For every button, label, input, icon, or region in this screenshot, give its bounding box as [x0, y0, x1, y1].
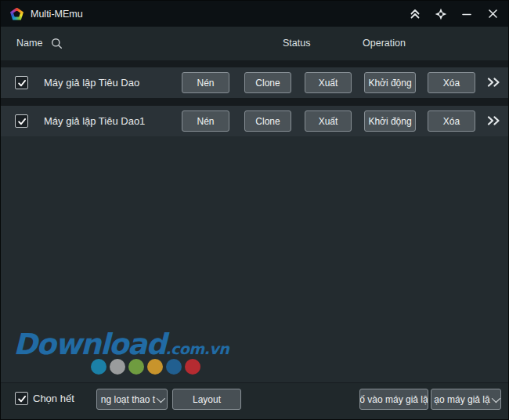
- dot: [185, 359, 200, 375]
- footer-toolbar: Chọn hết ng loạt thao t Layout ố vào máy…: [1, 382, 508, 420]
- list-header: Name Status Operation: [1, 27, 508, 60]
- settings-gear-icon[interactable]: [431, 5, 450, 24]
- row-separator: [1, 60, 508, 67]
- more-actions-icon[interactable]: [483, 74, 504, 91]
- watermark-suffix: .com.vn: [165, 340, 229, 357]
- minimize-icon[interactable]: [457, 5, 476, 24]
- emulator-name: Máy giả lập Tiêu Dao: [44, 77, 139, 89]
- collapse-all-icon[interactable]: [406, 5, 424, 24]
- dot: [91, 359, 106, 375]
- compress-button[interactable]: Nén: [182, 72, 229, 93]
- export-button[interactable]: Xuất: [305, 110, 352, 132]
- row-checkbox[interactable]: [15, 114, 28, 128]
- emulator-row: Máy giả lập Tiêu Dao1 Nén Clone Xuất Khở…: [1, 106, 508, 136]
- memu-logo-icon: [10, 8, 23, 20]
- chevron-down-icon: [491, 393, 500, 402]
- window-title: Multi-MEmu: [31, 9, 83, 20]
- dot: [166, 359, 182, 375]
- layout-button[interactable]: Layout: [172, 389, 241, 410]
- multi-memu-window: Multi-MEmu: [0, 0, 509, 420]
- chevron-down-icon: [157, 393, 165, 402]
- select-all-label: Chọn hết: [33, 393, 74, 404]
- create-emulator-dropdown[interactable]: ạo máy giả lậ: [431, 389, 501, 410]
- batch-operation-dropdown[interactable]: ng loạt thao t: [96, 389, 168, 410]
- batch-operation-value: ng loạt thao t: [101, 394, 155, 405]
- clone-button[interactable]: Clone: [244, 110, 291, 132]
- column-header-name: Name: [16, 38, 42, 49]
- titlebar: Multi-MEmu: [1, 1, 508, 27]
- watermark-dots: [91, 359, 200, 375]
- dot: [110, 359, 125, 375]
- export-button[interactable]: Xuất: [305, 72, 352, 93]
- emulator-name: Máy giả lập Tiêu Dao1: [44, 115, 145, 127]
- dot: [128, 359, 144, 375]
- delete-button[interactable]: Xóa: [428, 110, 475, 132]
- close-icon[interactable]: [483, 5, 502, 24]
- watermark-brand: Download: [13, 328, 165, 361]
- window-controls: [406, 5, 508, 24]
- column-header-operation: Operation: [363, 38, 406, 49]
- delete-button[interactable]: Xóa: [428, 72, 475, 93]
- create-emulator-label: ạo máy giả lậ: [434, 394, 489, 405]
- compress-button[interactable]: Nén: [182, 110, 229, 132]
- import-emulator-button[interactable]: ố vào máy giả lậ: [359, 389, 428, 410]
- select-all-checkbox[interactable]: [15, 392, 28, 405]
- row-separator: [1, 98, 508, 106]
- column-header-status: Status: [283, 38, 310, 49]
- more-actions-icon[interactable]: [483, 112, 504, 129]
- start-button[interactable]: Khởi động: [364, 72, 416, 93]
- dot: [147, 359, 163, 375]
- row-checkbox[interactable]: [15, 76, 28, 89]
- search-icon[interactable]: [51, 38, 63, 49]
- clone-button[interactable]: Clone: [244, 72, 291, 93]
- start-button[interactable]: Khởi động: [364, 110, 416, 132]
- download-watermark: Download.com.vn: [13, 328, 229, 361]
- emulator-row: Máy giả lập Tiêu Dao Nén Clone Xuất Khởi…: [1, 67, 508, 98]
